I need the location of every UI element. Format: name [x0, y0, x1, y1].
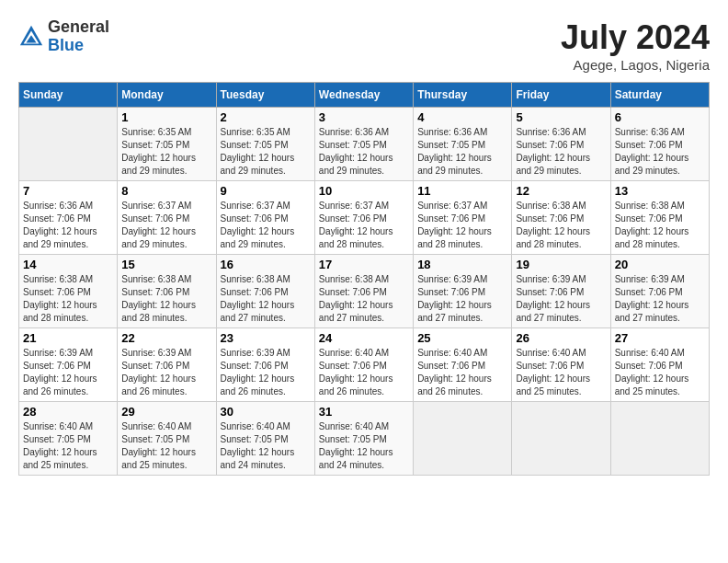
- day-info: Sunrise: 6:36 AM Sunset: 7:06 PM Dayligh…: [516, 126, 606, 178]
- calendar-cell: 5Sunrise: 6:36 AM Sunset: 7:06 PM Daylig…: [512, 108, 610, 181]
- day-info: Sunrise: 6:39 AM Sunset: 7:06 PM Dayligh…: [516, 273, 606, 325]
- calendar-cell: 27Sunrise: 6:40 AM Sunset: 7:06 PM Dayli…: [610, 328, 709, 402]
- day-number: 9: [221, 184, 311, 198]
- day-info: Sunrise: 6:37 AM Sunset: 7:06 PM Dayligh…: [417, 200, 507, 251]
- month-year-title: July 2024: [561, 18, 710, 57]
- day-info: Sunrise: 6:40 AM Sunset: 7:06 PM Dayligh…: [516, 347, 606, 398]
- calendar-cell: 26Sunrise: 6:40 AM Sunset: 7:06 PM Dayli…: [512, 328, 610, 402]
- day-info: Sunrise: 6:38 AM Sunset: 7:06 PM Dayligh…: [516, 200, 606, 251]
- day-number: 26: [516, 331, 606, 345]
- day-info: Sunrise: 6:40 AM Sunset: 7:06 PM Dayligh…: [319, 347, 409, 398]
- calendar-cell: 17Sunrise: 6:38 AM Sunset: 7:06 PM Dayli…: [314, 255, 413, 328]
- calendar-cell: 29Sunrise: 6:40 AM Sunset: 7:05 PM Dayli…: [118, 402, 216, 476]
- calendar-cell: 3Sunrise: 6:36 AM Sunset: 7:05 PM Daylig…: [314, 108, 413, 181]
- calendar-cell: 20Sunrise: 6:39 AM Sunset: 7:06 PM Dayli…: [610, 255, 709, 328]
- day-info: Sunrise: 6:38 AM Sunset: 7:06 PM Dayligh…: [23, 273, 113, 325]
- day-info: Sunrise: 6:40 AM Sunset: 7:06 PM Dayligh…: [615, 347, 705, 398]
- day-number: 29: [121, 405, 211, 419]
- day-info: Sunrise: 6:36 AM Sunset: 7:05 PM Dayligh…: [417, 126, 507, 178]
- day-info: Sunrise: 6:36 AM Sunset: 7:06 PM Dayligh…: [23, 200, 113, 251]
- day-info: Sunrise: 6:37 AM Sunset: 7:06 PM Dayligh…: [121, 200, 211, 251]
- day-number: 19: [516, 258, 606, 271]
- logo: General Blue: [18, 18, 109, 55]
- calendar-cell: 21Sunrise: 6:39 AM Sunset: 7:06 PM Dayli…: [19, 328, 118, 402]
- day-number: 16: [221, 258, 311, 271]
- day-number: 23: [221, 331, 311, 345]
- day-info: Sunrise: 6:37 AM Sunset: 7:06 PM Dayligh…: [319, 200, 409, 251]
- calendar-cell: 23Sunrise: 6:39 AM Sunset: 7:06 PM Dayli…: [216, 328, 314, 402]
- day-number: 22: [121, 331, 211, 345]
- calendar-day-header: Friday: [512, 83, 610, 108]
- calendar-cell: 28Sunrise: 6:40 AM Sunset: 7:05 PM Dayli…: [19, 402, 118, 476]
- day-number: 3: [319, 110, 409, 124]
- calendar-cell: 24Sunrise: 6:40 AM Sunset: 7:06 PM Dayli…: [314, 328, 413, 402]
- calendar-week-row: 28Sunrise: 6:40 AM Sunset: 7:05 PM Dayli…: [19, 402, 710, 476]
- day-info: Sunrise: 6:35 AM Sunset: 7:05 PM Dayligh…: [221, 126, 311, 178]
- day-info: Sunrise: 6:35 AM Sunset: 7:05 PM Dayligh…: [121, 126, 211, 178]
- calendar-cell: 25Sunrise: 6:40 AM Sunset: 7:06 PM Dayli…: [414, 328, 512, 402]
- calendar-cell: 30Sunrise: 6:40 AM Sunset: 7:05 PM Dayli…: [216, 402, 314, 476]
- calendar-week-row: 21Sunrise: 6:39 AM Sunset: 7:06 PM Dayli…: [19, 328, 710, 402]
- logo-icon: [18, 24, 44, 50]
- calendar-cell: 18Sunrise: 6:39 AM Sunset: 7:06 PM Dayli…: [414, 255, 512, 328]
- calendar-week-row: 1Sunrise: 6:35 AM Sunset: 7:05 PM Daylig…: [19, 108, 710, 181]
- day-number: 31: [319, 405, 409, 419]
- calendar-cell: 2Sunrise: 6:35 AM Sunset: 7:05 PM Daylig…: [216, 108, 314, 181]
- calendar-cell: 22Sunrise: 6:39 AM Sunset: 7:06 PM Dayli…: [118, 328, 216, 402]
- calendar-cell: [19, 108, 118, 181]
- title-section: July 2024 Agege, Lagos, Nigeria: [561, 18, 710, 73]
- day-number: 27: [615, 331, 705, 345]
- day-info: Sunrise: 6:38 AM Sunset: 7:06 PM Dayligh…: [615, 200, 705, 251]
- day-number: 12: [516, 184, 606, 198]
- calendar-cell: 14Sunrise: 6:38 AM Sunset: 7:06 PM Dayli…: [19, 255, 118, 328]
- day-number: 13: [615, 184, 705, 198]
- day-number: 25: [417, 331, 507, 345]
- calendar-day-header: Tuesday: [216, 83, 314, 108]
- day-info: Sunrise: 6:36 AM Sunset: 7:06 PM Dayligh…: [615, 126, 705, 178]
- calendar-cell: [610, 402, 709, 476]
- calendar-table: SundayMondayTuesdayWednesdayThursdayFrid…: [18, 82, 710, 476]
- day-info: Sunrise: 6:40 AM Sunset: 7:06 PM Dayligh…: [417, 347, 507, 398]
- day-info: Sunrise: 6:39 AM Sunset: 7:06 PM Dayligh…: [417, 273, 507, 325]
- day-info: Sunrise: 6:40 AM Sunset: 7:05 PM Dayligh…: [121, 420, 211, 472]
- day-info: Sunrise: 6:40 AM Sunset: 7:05 PM Dayligh…: [23, 420, 113, 472]
- day-info: Sunrise: 6:39 AM Sunset: 7:06 PM Dayligh…: [615, 273, 705, 325]
- calendar-day-header: Thursday: [414, 83, 512, 108]
- calendar-cell: 11Sunrise: 6:37 AM Sunset: 7:06 PM Dayli…: [414, 181, 512, 255]
- day-number: 18: [417, 258, 507, 271]
- logo-text: General Blue: [48, 18, 109, 55]
- calendar-day-header: Monday: [118, 83, 216, 108]
- day-number: 1: [121, 110, 211, 124]
- day-number: 28: [23, 405, 113, 419]
- day-number: 10: [319, 184, 409, 198]
- day-info: Sunrise: 6:39 AM Sunset: 7:06 PM Dayligh…: [221, 347, 311, 398]
- calendar-cell: 1Sunrise: 6:35 AM Sunset: 7:05 PM Daylig…: [118, 108, 216, 181]
- day-info: Sunrise: 6:40 AM Sunset: 7:05 PM Dayligh…: [319, 420, 409, 472]
- location-subtitle: Agege, Lagos, Nigeria: [561, 57, 710, 73]
- calendar-cell: 16Sunrise: 6:38 AM Sunset: 7:06 PM Dayli…: [216, 255, 314, 328]
- day-number: 14: [23, 258, 113, 271]
- calendar-week-row: 14Sunrise: 6:38 AM Sunset: 7:06 PM Dayli…: [19, 255, 710, 328]
- calendar-cell: 7Sunrise: 6:36 AM Sunset: 7:06 PM Daylig…: [19, 181, 118, 255]
- calendar-cell: 13Sunrise: 6:38 AM Sunset: 7:06 PM Dayli…: [610, 181, 709, 255]
- calendar-cell: 8Sunrise: 6:37 AM Sunset: 7:06 PM Daylig…: [118, 181, 216, 255]
- calendar-cell: 9Sunrise: 6:37 AM Sunset: 7:06 PM Daylig…: [216, 181, 314, 255]
- calendar-cell: 6Sunrise: 6:36 AM Sunset: 7:06 PM Daylig…: [610, 108, 709, 181]
- page-header: General Blue July 2024 Agege, Lagos, Nig…: [18, 18, 710, 73]
- day-number: 4: [417, 110, 507, 124]
- calendar-cell: 31Sunrise: 6:40 AM Sunset: 7:05 PM Dayli…: [314, 402, 413, 476]
- day-number: 8: [121, 184, 211, 198]
- day-number: 20: [615, 258, 705, 271]
- day-info: Sunrise: 6:40 AM Sunset: 7:05 PM Dayligh…: [221, 420, 311, 472]
- day-number: 6: [615, 110, 705, 124]
- day-info: Sunrise: 6:37 AM Sunset: 7:06 PM Dayligh…: [221, 200, 311, 251]
- day-number: 11: [417, 184, 507, 198]
- day-info: Sunrise: 6:39 AM Sunset: 7:06 PM Dayligh…: [121, 347, 211, 398]
- day-info: Sunrise: 6:38 AM Sunset: 7:06 PM Dayligh…: [221, 273, 311, 325]
- day-number: 17: [319, 258, 409, 271]
- day-info: Sunrise: 6:39 AM Sunset: 7:06 PM Dayligh…: [23, 347, 113, 398]
- calendar-cell: 10Sunrise: 6:37 AM Sunset: 7:06 PM Dayli…: [314, 181, 413, 255]
- calendar-week-row: 7Sunrise: 6:36 AM Sunset: 7:06 PM Daylig…: [19, 181, 710, 255]
- calendar-day-header: Saturday: [610, 83, 709, 108]
- calendar-cell: 12Sunrise: 6:38 AM Sunset: 7:06 PM Dayli…: [512, 181, 610, 255]
